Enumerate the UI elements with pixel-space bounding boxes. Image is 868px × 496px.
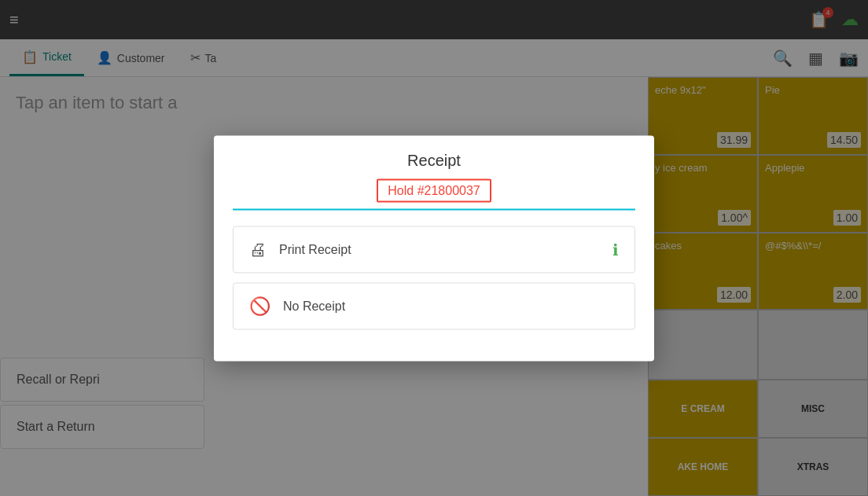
- no-receipt-icon: 🚫: [249, 296, 270, 316]
- receipt-modal: Receipt Hold #21800037 🖨 Print Receipt ℹ…: [214, 135, 654, 361]
- modal-title: Receipt: [233, 151, 635, 169]
- modal-header: Receipt: [214, 135, 654, 169]
- no-receipt-label: No Receipt: [283, 299, 345, 313]
- print-receipt-label: Print Receipt: [279, 242, 351, 256]
- no-receipt-option[interactable]: 🚫 No Receipt: [233, 282, 635, 329]
- info-icon[interactable]: ℹ: [612, 240, 619, 259]
- modal-subtitle-bar: Hold #21800037: [233, 178, 635, 210]
- modal-body: 🖨 Print Receipt ℹ 🚫 No Receipt: [214, 210, 654, 361]
- print-receipt-option[interactable]: 🖨 Print Receipt ℹ: [233, 226, 635, 273]
- printer-icon: 🖨: [249, 239, 267, 259]
- hold-badge: Hold #21800037: [377, 178, 491, 202]
